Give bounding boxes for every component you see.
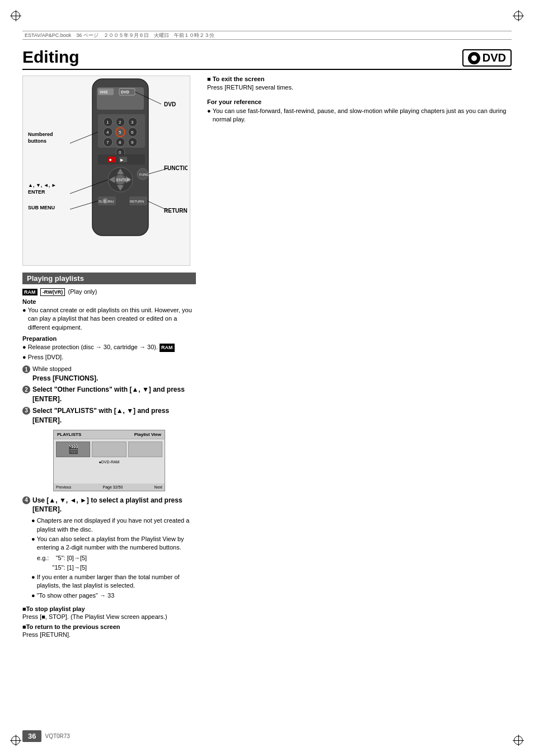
right-col: To exit the screen Press [RETURN] severa…	[207, 76, 512, 638]
step4-bullet-3: ● If you enter a number larger than the …	[31, 573, 196, 590]
page-code: VQT0R73	[45, 733, 69, 739]
step-num-3: 3	[22, 407, 30, 415]
playlist-footer-next: Next	[154, 485, 162, 489]
playlist-thumb-3	[128, 442, 162, 457]
for-ref-text-1: You can use fast-forward, fast-rewind, p…	[213, 107, 512, 124]
prep-text-2: Press [DVD].	[28, 353, 64, 361]
dvd-badge: DVD	[462, 49, 512, 67]
step-4: 4 Use [▲, ▼, ◄, ►] to select a playlist …	[22, 496, 196, 515]
prep-text-1: Release protection (disc → 30, cartridge…	[28, 343, 176, 352]
step4-bullet-2: ● You can also select a playlist from th…	[31, 535, 196, 552]
step4-bullet-text-3: If you enter a number larger than the to…	[37, 573, 196, 590]
rw-badge: -RW(VR)	[40, 288, 65, 296]
step-1: 1 While stopped Press [FUNCTIONS].	[22, 365, 196, 383]
dvd-label: DVD	[483, 51, 506, 64]
section-header: Playing playlists	[22, 273, 196, 284]
section-title: Playing playlists	[27, 274, 84, 283]
to-stop-header: ■To stop playlist play	[22, 605, 196, 612]
step4-bullet-4: ● "To show other pages" → 33	[31, 591, 196, 600]
remote-container: VHS DVD 1 2 3	[22, 76, 190, 266]
ram-badge-2: RAM	[160, 344, 175, 352]
bullet-dot-4: ●	[31, 516, 35, 525]
svg-text:DVD: DVD	[121, 90, 129, 94]
step-2-main: Select "Other Functions" with [▲, ▼] and…	[32, 386, 185, 403]
svg-text:6: 6	[131, 130, 134, 135]
to-return-header: ■To return to the previous screen	[22, 623, 196, 630]
play-only-label: (Play only)	[68, 288, 97, 295]
svg-text:0: 0	[119, 150, 121, 155]
circle-mark-tl	[11, 11, 20, 20]
step-num-2: 2	[22, 386, 30, 393]
svg-text:DVD: DVD	[164, 101, 176, 107]
bullet-dot-7: ●	[31, 591, 35, 600]
bullet-dot-2: ●	[22, 343, 26, 351]
main-content: Editing DVD VHS	[22, 48, 512, 722]
to-exit-section: To exit the screen Press [RETURN] severa…	[207, 76, 512, 91]
svg-text:8: 8	[119, 140, 121, 145]
playlist-header-left: PLAYLISTS	[57, 432, 81, 437]
note-item-1: ● You cannot create or edit playlists on…	[22, 306, 196, 332]
svg-text:FUNCTIONS: FUNCTIONS	[164, 165, 188, 171]
playlist-thumb-2	[92, 442, 126, 457]
svg-text:4: 4	[106, 130, 109, 135]
svg-text:7: 7	[106, 140, 109, 145]
playlist-thumb-1: 🎬	[56, 442, 90, 457]
step-text-4: Use [▲, ▼, ◄, ►] to select a playlist an…	[32, 496, 196, 515]
svg-text:RETURN: RETURN	[164, 208, 188, 214]
header-bar-text: ESTAV/AP&PC.book 36 ページ ２００５年９月６日 火曜日 午前…	[22, 31, 217, 40]
bullet-dot-8: ●	[207, 107, 211, 115]
svg-text:■: ■	[109, 158, 111, 162]
svg-text:Numbered: Numbered	[28, 132, 53, 137]
svg-text:S: S	[104, 199, 106, 203]
two-col-layout: VHS DVD 1 2 3	[22, 76, 512, 638]
header-bar: ESTAV/AP&PC.book 36 ページ ２００５年９月６日 火曜日 午前…	[22, 31, 512, 40]
circle-mark-br	[514, 736, 523, 745]
svg-text:ENTER: ENTER	[116, 178, 130, 182]
page-title-row: Editing DVD	[22, 48, 512, 70]
circle-mark-bl	[11, 736, 20, 745]
to-exit-text: Press [RETURN] several times.	[207, 84, 512, 91]
page-footer: 36 VQT0R73	[22, 730, 70, 742]
left-col: VHS DVD 1 2 3	[22, 76, 196, 638]
playlist-disc-label: ●DVD-RAM	[54, 459, 165, 464]
note-label: Note	[22, 298, 196, 305]
step-1-main: Press [FUNCTIONS].	[32, 374, 98, 383]
svg-text:1: 1	[106, 120, 109, 125]
prep-label: Preparation	[22, 335, 196, 342]
to-exit-header-text: To exit the screen	[213, 76, 265, 82]
step4-bullet-text-1: Chapters are not displayed if you have n…	[37, 516, 196, 534]
step-text-2: Select "Other Functions" with [▲, ▼] and…	[32, 385, 196, 404]
to-return-text: Press [RETURN].	[22, 631, 196, 638]
playlist-header-right: Playlist View	[134, 432, 161, 437]
to-stop-section: ■To stop playlist play Press [■, STOP]. …	[22, 605, 196, 620]
playlist-screenshot: PLAYLISTS Playlist View 🎬 ●DVD-RAM	[53, 430, 165, 491]
playlist-screenshot-container: PLAYLISTS Playlist View 🎬 ●DVD-RAM	[22, 430, 196, 491]
step4-bullet-text-4: "To show other pages" → 33	[37, 591, 115, 600]
step-3-main: Select "PLAYLISTS" with [▲, ▼] and press…	[32, 407, 169, 424]
svg-text:9: 9	[131, 140, 134, 145]
step4-bullet-text-2: You can also select a playlist from the …	[37, 535, 196, 552]
playlist-footer: Previous Page 32/50 Next	[54, 483, 165, 491]
prep-item-2: ● Press [DVD].	[22, 353, 196, 361]
to-stop-header-text: ■To stop playlist play	[22, 605, 85, 612]
svg-text:2: 2	[119, 120, 121, 125]
svg-text:▲, ▼, ◄, ►: ▲, ▼, ◄, ►	[28, 182, 57, 188]
svg-text:VHS: VHS	[100, 90, 108, 94]
playlist-footer-prev: Previous	[56, 485, 71, 489]
dvd-disc-icon	[468, 52, 480, 64]
step-text-3: Select "PLAYLISTS" with [▲, ▼] and press…	[32, 406, 196, 425]
playlist-screen-header: PLAYLISTS Playlist View	[54, 430, 165, 439]
playlist-grid: 🎬	[54, 439, 165, 459]
step-num-1: 1	[22, 365, 30, 373]
remote-svg: VHS DVD 1 2 3	[25, 76, 188, 264]
for-ref-section: For your reference ● You can use fast-fo…	[207, 98, 512, 124]
bullet-dot: ●	[22, 306, 26, 314]
step-text-1: While stopped Press [FUNCTIONS].	[32, 365, 98, 383]
svg-text:5: 5	[119, 130, 121, 135]
svg-text:SUB MENU: SUB MENU	[28, 205, 55, 210]
step-4-main: Use [▲, ▼, ◄, ►] to select a playlist an…	[32, 496, 182, 514]
step-num-4: 4	[22, 496, 30, 504]
bullet-dot-6: ●	[31, 573, 35, 581]
note-text-1: You cannot create or edit playlists on t…	[28, 306, 196, 332]
to-stop-text: Press [■, STOP]. (The Playlist View scre…	[22, 613, 196, 620]
